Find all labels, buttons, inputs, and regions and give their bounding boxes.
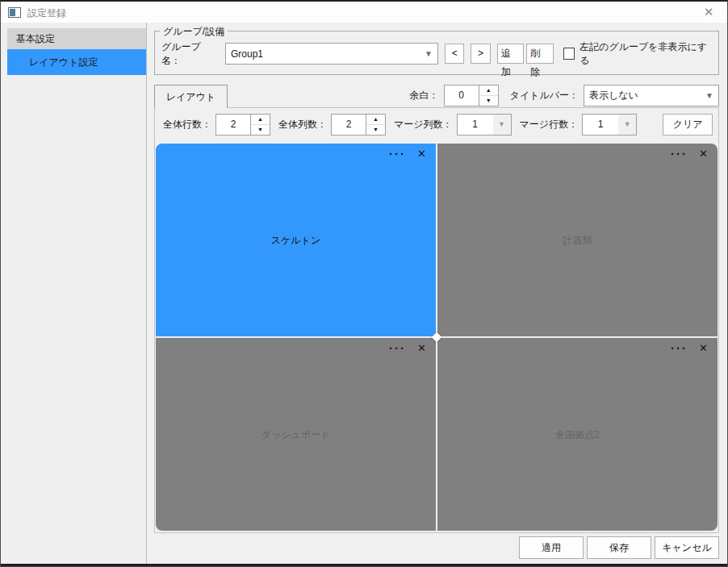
group-name-label: グループ名： [161,40,219,68]
grid-panel-dashboard[interactable]: ··· ✕ ダッシュボード [156,338,436,531]
total-cols-spinner[interactable]: 2 ▲ ▼ [331,114,386,135]
prev-group-button[interactable]: < [445,44,464,64]
spinner-down-icon[interactable]: ▼ [366,125,385,135]
panel-menu-icon[interactable]: ··· [389,147,406,161]
panel-icons: ··· ✕ [389,341,426,356]
margin-spinner[interactable]: 0 ▲ ▼ [444,85,499,106]
margin-label: 余白： [410,89,439,102]
layout-tabpage: 全体行数： 2 ▲ ▼ 全体列数： 2 ▲ ▼ マージ列数： [154,107,719,533]
panel-menu-icon[interactable]: ··· [389,341,406,356]
merge-cols-value: 1 [458,119,493,130]
group-equipment-groupbox: グループ/設備 グループ名： Group1 ▼ < > 追加 削除 左記のグルー… [154,31,719,75]
tab-side-controls: 余白： 0 ▲ ▼ タイトルバー： 表示しない ▼ [410,84,719,106]
groupbox-legend: グループ/設備 [160,25,228,39]
window-titlebar: 設定登録 ✕ [1,2,727,23]
add-group-button[interactable]: 追加 [497,44,524,64]
panel-menu-icon[interactable]: ··· [671,341,688,356]
tab-layout[interactable]: レイアウト [154,85,228,108]
clear-button[interactable]: クリア [663,114,713,135]
grid-panel-instruments[interactable]: ··· ✕ 計器類 [437,144,718,336]
margin-value: 0 [445,85,479,106]
sidebar-item-label: 基本設定 [16,33,55,44]
app-icon [8,7,21,18]
merge-cols-combobox[interactable]: 1 ▼ [457,114,512,135]
chevron-down-icon[interactable]: ▼ [420,49,437,58]
group-name-combobox[interactable]: Group1 ▼ [225,43,438,65]
panel-icons: ··· ✕ [389,147,426,161]
spinner-arrows: ▲ ▼ [250,115,270,135]
panel-menu-icon[interactable]: ··· [671,147,688,161]
panel-close-icon[interactable]: ✕ [417,341,426,356]
delete-group-button[interactable]: 削除 [526,44,553,64]
sidebar-item-basic-settings[interactable]: 基本設定 [7,28,146,49]
next-group-button[interactable]: > [471,44,490,64]
panel-close-icon[interactable]: ✕ [417,147,426,161]
layout-grid: ··· ✕ スケルトン ··· ✕ 計器類 ··· ✕ [156,144,718,531]
grid-panel-national-site2[interactable]: ··· ✕ 全国拠点2 [437,338,718,531]
spinner-down-icon[interactable]: ▼ [251,125,270,135]
panel-label: 計器類 [437,233,718,247]
panel-close-icon[interactable]: ✕ [699,341,708,356]
merge-rows-label: マージ行数： [520,118,579,131]
titlebar-option-label: タイトルバー： [510,89,579,102]
spinner-up-icon[interactable]: ▲ [366,115,385,125]
total-rows-label: 全体行数： [163,118,211,131]
chevron-down-icon[interactable]: ▼ [701,91,718,100]
chevron-down-icon[interactable]: ▼ [493,115,511,135]
panel-label: 全国拠点2 [437,427,718,441]
apply-button[interactable]: 適用 [519,536,584,559]
window-close-icon[interactable]: ✕ [700,4,718,20]
settings-dialog-window: 設定登録 ✕ 基本設定 レイアウト設定 グループ/設備 グループ名： Group… [0,0,728,567]
panel-label: スケルトン [156,233,436,247]
titlebar-value: 表示しない [584,89,701,102]
titlebar-combobox[interactable]: 表示しない ▼ [584,85,719,106]
spinner-down-icon[interactable]: ▼ [479,96,498,106]
spinner-arrows: ▲ ▼ [479,85,498,106]
panel-icons: ··· ✕ [671,147,708,161]
footer-button-row: 適用 保存 キャンセル [516,536,719,559]
total-cols-label: 全体列数： [278,118,327,131]
sidebar-item-label: レイアウト設定 [29,56,98,68]
total-cols-value: 2 [332,115,366,135]
window-title: 設定登録 [27,6,66,20]
panel-close-icon[interactable]: ✕ [699,147,708,161]
spinner-up-icon[interactable]: ▲ [251,115,270,125]
hide-group-checkbox[interactable] [563,48,575,60]
merge-rows-combobox[interactable]: 1 ▼ [582,114,637,135]
group-name-value: Group1 [226,48,420,60]
hide-group-checkbox-label: 左記のグループを非表示にする [579,40,713,68]
total-rows-spinner[interactable]: 2 ▲ ▼ [215,114,270,135]
groupbox-row: グループ名： Group1 ▼ < > 追加 削除 左記のグループを非表示にする [161,43,713,65]
panel-icons: ··· ✕ [671,341,708,356]
merge-cols-label: マージ列数： [394,118,453,131]
spinner-up-icon[interactable]: ▲ [479,85,498,96]
grid-controls-row: 全体行数： 2 ▲ ▼ 全体列数： 2 ▲ ▼ マージ列数： [158,113,715,135]
main-content: グループ/設備 グループ名： Group1 ▼ < > 追加 削除 左記のグルー… [147,23,726,564]
sidebar-item-layout-settings[interactable]: レイアウト設定 [7,49,146,75]
merge-rows-value: 1 [583,119,618,130]
screen-edge-strip [1,564,727,566]
save-button[interactable]: 保存 [587,536,651,559]
chevron-down-icon[interactable]: ▼ [618,115,636,135]
grid-panel-skeleton[interactable]: ··· ✕ スケルトン [156,144,436,336]
cancel-button[interactable]: キャンセル [655,536,719,559]
panel-label: ダッシュボード [156,427,436,441]
settings-sidebar: 基本設定 レイアウト設定 [1,23,147,564]
spinner-arrows: ▲ ▼ [366,115,385,135]
total-rows-value: 2 [216,115,250,135]
